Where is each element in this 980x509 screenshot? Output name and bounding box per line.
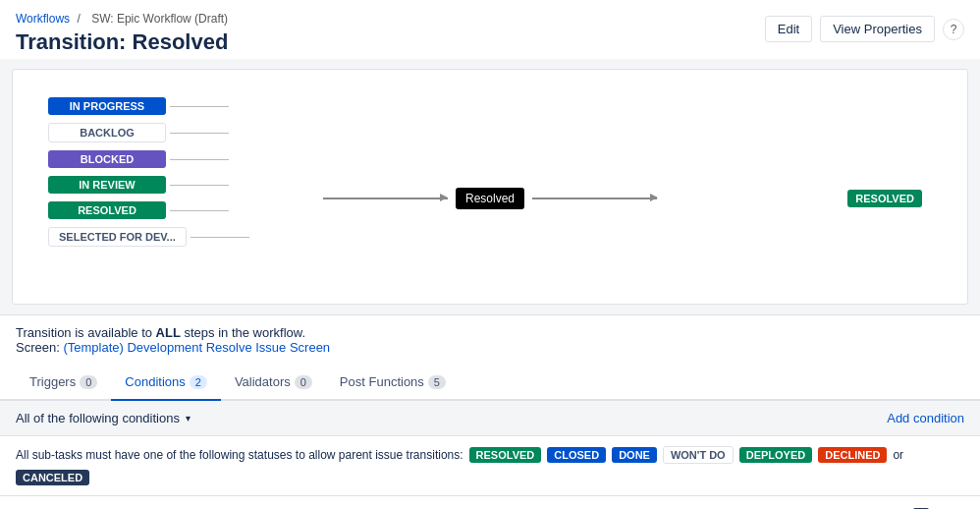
- status-tag-closed-1: CLOSED: [547, 447, 606, 463]
- conditions-header-label: All of the following conditions: [16, 411, 180, 425]
- page-wrapper: Workflows / SW: Epic Workflow (Draft) Tr…: [0, 0, 980, 509]
- screen-link[interactable]: (Template) Development Resolve Issue Scr…: [63, 340, 330, 355]
- conditions-header-left: All of the following conditions ▾: [16, 411, 191, 425]
- source-status-pill-0: IN PROGRESS: [48, 97, 166, 115]
- source-status-pill-4: RESOLVED: [48, 201, 166, 219]
- status-tag-deployed: DEPLOYED: [739, 447, 813, 463]
- screen-info: Screen: (Template) Development Resolve I…: [16, 340, 964, 355]
- availability-info: Transition is available to ALL steps in …: [16, 325, 964, 340]
- breadcrumb-separator: /: [77, 12, 80, 26]
- status-tag-declined: DECLINED: [818, 447, 887, 463]
- screen-label: Screen:: [16, 340, 63, 355]
- destination-status-label: RESOLVED: [847, 190, 922, 207]
- availability-bold: ALL: [156, 325, 181, 340]
- source-item-2: BLOCKED: [48, 150, 249, 168]
- diagram: IN PROGRESSBACKLOGBLOCKEDIN REVIEWRESOLV…: [28, 85, 952, 311]
- tab-post-functions[interactable]: Post Functions5: [326, 365, 460, 401]
- add-condition-link[interactable]: Add condition: [887, 411, 964, 425]
- tabs-bar: Triggers0Conditions2Validators0Post Func…: [0, 365, 980, 401]
- breadcrumb-workflows-link[interactable]: Workflows: [16, 12, 70, 26]
- help-icon[interactable]: ?: [943, 19, 964, 40]
- source-status-pill-5: SELECTED FOR DEV...: [48, 227, 187, 247]
- transition-area: Resolved: [323, 188, 657, 209]
- conditions-panel: All of the following conditions ▾ Add co…: [0, 401, 980, 509]
- source-status-pill-2: BLOCKED: [48, 150, 166, 168]
- source-item-5: SELECTED FOR DEV...: [48, 227, 249, 247]
- conditions-header: All of the following conditions ▾ Add co…: [0, 401, 980, 436]
- status-tag-done-1: DONE: [612, 447, 657, 463]
- tab-triggers[interactable]: Triggers0: [16, 365, 111, 401]
- status-tag-canceled-1: CANCELED: [16, 470, 89, 485]
- breadcrumb-workflow-name: SW: Epic Workflow (Draft): [91, 12, 228, 26]
- dropdown-arrow-icon[interactable]: ▾: [186, 413, 191, 424]
- info-section: Transition is available to ALL steps in …: [0, 314, 980, 365]
- edit-button[interactable]: Edit: [765, 16, 812, 42]
- source-item-1: BACKLOG: [48, 123, 249, 142]
- source-status-pill-3: IN REVIEW: [48, 176, 166, 194]
- destination-status: RESOLVED: [847, 190, 922, 207]
- subtask-text-before: All sub-tasks must have one of the follo…: [16, 448, 463, 462]
- transition-label: Resolved: [456, 188, 524, 209]
- top-actions: Edit View Properties ?: [765, 16, 964, 42]
- source-item-4: RESOLVED: [48, 201, 249, 219]
- view-properties-button[interactable]: View Properties: [820, 16, 935, 42]
- tab-conditions[interactable]: Conditions2: [111, 365, 221, 401]
- sources-column: IN PROGRESSBACKLOGBLOCKEDIN REVIEWRESOLV…: [48, 97, 249, 247]
- availability-text: Transition is available to: [16, 325, 156, 340]
- subtask-condition-row: All sub-tasks must have one of the follo…: [0, 436, 980, 496]
- status-tag-wontdo: WON'T DO: [663, 446, 734, 464]
- status-tag-resolved-1: RESOLVED: [469, 447, 542, 463]
- source-status-pill-1: BACKLOG: [48, 123, 166, 142]
- availability-suffix: steps in the workflow.: [181, 325, 305, 340]
- tab-validators[interactable]: Validators0: [221, 365, 326, 401]
- source-item-3: IN REVIEW: [48, 176, 249, 194]
- workflow-canvas: IN PROGRESSBACKLOGBLOCKEDIN REVIEWRESOLV…: [12, 69, 968, 305]
- linked-issues-section: Linked Issues Status Powered by ⬡ JMWE C…: [0, 496, 980, 509]
- source-item-0: IN PROGRESS: [48, 97, 249, 115]
- top-bar: Workflows / SW: Epic Workflow (Draft) Tr…: [0, 0, 980, 59]
- or-text: or: [893, 448, 903, 462]
